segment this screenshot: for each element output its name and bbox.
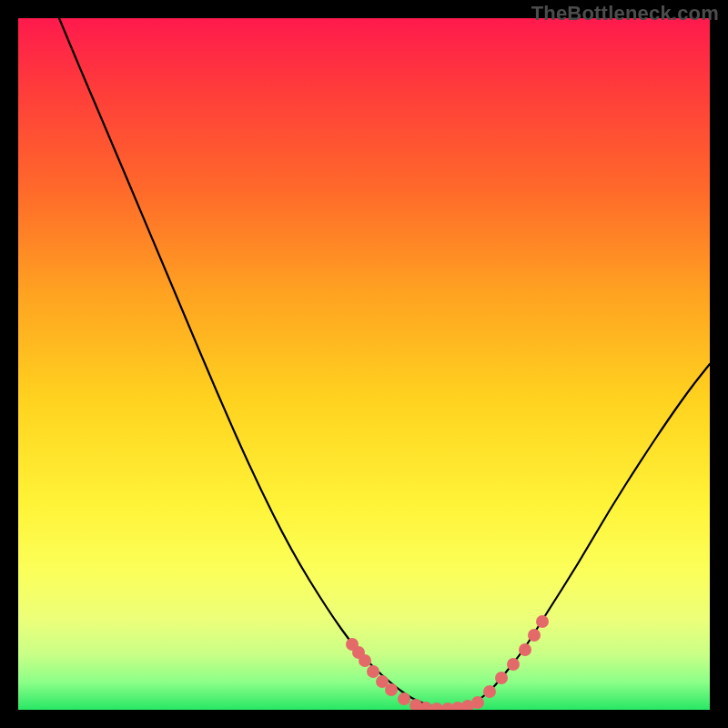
data-marker bbox=[359, 654, 371, 667]
watermark-label: TheBottleneck.com bbox=[531, 2, 719, 25]
data-marker bbox=[385, 683, 398, 696]
data-marker bbox=[471, 696, 484, 709]
data-marker bbox=[536, 615, 549, 628]
markers-group bbox=[346, 615, 549, 710]
curve-right bbox=[448, 364, 710, 710]
data-marker bbox=[519, 643, 531, 656]
data-marker bbox=[495, 672, 508, 684]
data-marker bbox=[398, 693, 410, 705]
data-marker bbox=[367, 665, 379, 678]
data-marker bbox=[507, 658, 520, 671]
data-marker bbox=[430, 703, 443, 710]
curve-left bbox=[59, 18, 444, 710]
chart-container: TheBottleneck.com bbox=[0, 0, 728, 728]
gradient-panel bbox=[18, 18, 710, 710]
curves-group bbox=[59, 18, 710, 710]
plot-svg bbox=[18, 18, 710, 710]
data-marker bbox=[483, 685, 496, 698]
data-marker bbox=[528, 629, 541, 642]
